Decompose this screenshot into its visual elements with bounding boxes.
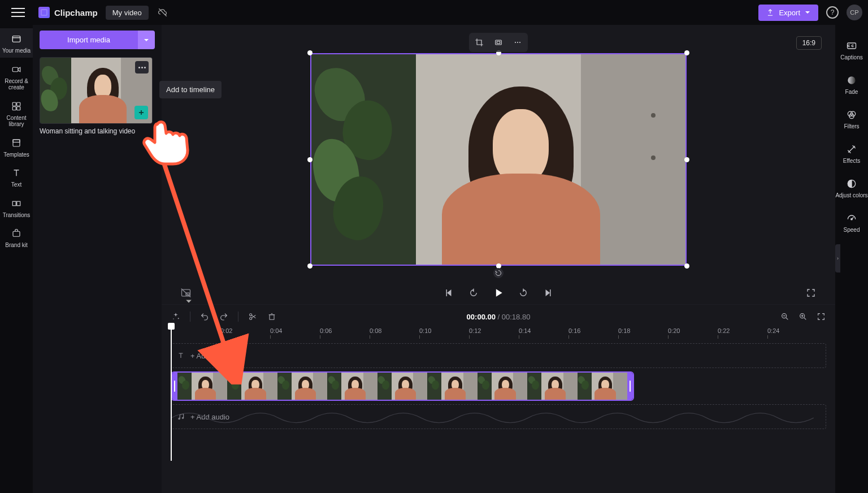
- aspect-ratio[interactable]: 16:9: [796, 36, 822, 50]
- cloud-off-icon[interactable]: [157, 7, 169, 18]
- project-title[interactable]: My video: [106, 6, 149, 20]
- rewind-button[interactable]: [467, 287, 480, 299]
- rail-effects[interactable]: Effects: [835, 139, 868, 167]
- chevron-down-icon: [805, 10, 810, 15]
- svg-rect-10: [17, 201, 20, 206]
- resize-handle[interactable]: [307, 157, 313, 162]
- fullscreen-button[interactable]: [805, 287, 817, 299]
- preview-canvas[interactable]: [310, 53, 687, 266]
- resize-handle[interactable]: [684, 50, 689, 55]
- timeline-clip[interactable]: [171, 371, 634, 401]
- rail-filters[interactable]: Filters: [835, 104, 868, 133]
- text-icon: [10, 167, 23, 179]
- svg-rect-13: [497, 41, 500, 44]
- rail-content-library[interactable]: Content library: [0, 96, 33, 131]
- resize-handle[interactable]: [307, 50, 313, 55]
- clip-thumbnail: [40, 57, 153, 124]
- import-media-dropdown[interactable]: [138, 31, 155, 49]
- skip-end-button[interactable]: [542, 287, 554, 299]
- export-button[interactable]: Export: [758, 5, 818, 21]
- skip-start-button[interactable]: [442, 287, 455, 299]
- time-current: 00:00.00: [467, 313, 496, 321]
- rail-captions[interactable]: Captions: [835, 35, 868, 64]
- fit-tool[interactable]: [491, 35, 506, 50]
- undo-button[interactable]: [199, 312, 210, 322]
- timeline-toolbar: 00:00.00 / 00:18.80: [162, 308, 835, 325]
- ruler-tick: 0:14: [519, 327, 531, 334]
- crop-tool[interactable]: [471, 35, 487, 50]
- clipchamp-logo-icon: [38, 7, 50, 18]
- zoom-out-button[interactable]: [780, 312, 790, 322]
- filters-icon: [845, 109, 858, 121]
- timeline-ruler[interactable]: 0:020:040:060:080:100:120:140:160:180:20…: [171, 327, 826, 340]
- magic-button[interactable]: [171, 312, 181, 322]
- redo-button[interactable]: [219, 312, 229, 322]
- plus-icon: [137, 109, 145, 116]
- resize-handle[interactable]: [684, 157, 689, 162]
- ruler-tick: 0:04: [270, 327, 282, 334]
- video-track[interactable]: [171, 371, 826, 401]
- ruler-tick: 0:02: [220, 327, 232, 334]
- audio-track[interactable]: + Add audio: [171, 404, 826, 429]
- clip-frames: [177, 373, 627, 400]
- clip-handle-right[interactable]: [627, 373, 633, 400]
- ruler-tick: 0:22: [718, 327, 730, 334]
- effects-icon: [845, 143, 858, 155]
- captions-icon: [845, 40, 858, 52]
- svg-rect-8: [13, 140, 20, 142]
- help-icon[interactable]: ?: [826, 6, 839, 19]
- split-button[interactable]: [248, 312, 258, 322]
- svg-rect-24: [270, 315, 274, 320]
- templates-icon: [10, 137, 23, 149]
- text-track[interactable]: + Add text: [171, 343, 826, 368]
- upload-icon: [766, 8, 774, 16]
- rail-brand-kit[interactable]: Brand kit: [0, 223, 33, 252]
- ruler-tick: 0:24: [767, 327, 779, 334]
- timeline-time: 00:00.00 / 00:18.80: [467, 313, 531, 321]
- svg-rect-4: [17, 102, 20, 106]
- media-panel: Import media Woman: [33, 25, 162, 493]
- timeline-tracks: + Add text + Add audio: [171, 343, 826, 429]
- add-to-timeline-button[interactable]: [134, 106, 148, 119]
- delete-button[interactable]: [267, 312, 277, 322]
- rail-text[interactable]: Text: [0, 162, 33, 192]
- user-avatar[interactable]: CP: [847, 5, 862, 20]
- brand-kit-icon: [10, 227, 23, 240]
- hamburger-menu-icon[interactable]: [11, 6, 25, 19]
- import-media-button[interactable]: Import media: [40, 31, 138, 49]
- collapse-right-panel[interactable]: ›: [835, 244, 840, 273]
- fade-icon: [845, 74, 858, 87]
- rail-fade[interactable]: Fade: [835, 70, 868, 98]
- clip-menu-button[interactable]: [135, 61, 149, 73]
- resize-handle[interactable]: [684, 263, 689, 269]
- rail-transitions[interactable]: Transitions: [0, 193, 33, 222]
- svg-point-15: [517, 42, 518, 43]
- zoom-fit-button[interactable]: [816, 312, 826, 322]
- more-tools[interactable]: [510, 35, 526, 50]
- rail-templates[interactable]: Templates: [0, 132, 33, 162]
- clip-caption: Woman sitting and talking video: [40, 127, 153, 135]
- resize-handle[interactable]: [307, 263, 313, 269]
- rotate-handle[interactable]: [493, 268, 504, 278]
- timeline: 00:00.00 / 00:18.80 0:020:040:060:080:10…: [162, 304, 835, 429]
- rail-speed[interactable]: Speed: [835, 207, 868, 236]
- svg-rect-9: [12, 201, 16, 206]
- forward-button[interactable]: [517, 287, 530, 299]
- rail-adjust-colors[interactable]: Adjust colors: [835, 173, 868, 202]
- zoom-in-button[interactable]: [798, 312, 808, 322]
- clip-handle-left[interactable]: [172, 373, 177, 400]
- media-clip[interactable]: Woman sitting and talking video Add to t…: [40, 57, 153, 135]
- transitions-icon: [10, 197, 23, 210]
- rail-record-create[interactable]: Record & create: [0, 59, 33, 94]
- svg-point-14: [515, 42, 516, 43]
- camera-icon: [10, 63, 23, 76]
- playhead[interactable]: [171, 325, 172, 461]
- play-button[interactable]: [492, 287, 505, 299]
- top-bar: Clipchamp My video Export ? CP: [0, 0, 868, 25]
- svg-rect-11: [13, 231, 20, 236]
- rail-your-media[interactable]: Your media: [0, 28, 33, 58]
- brand: Clipchamp: [38, 7, 98, 18]
- svg-point-21: [173, 318, 173, 319]
- playback-controls: [162, 282, 835, 304]
- ruler-tick: 0:06: [320, 327, 332, 334]
